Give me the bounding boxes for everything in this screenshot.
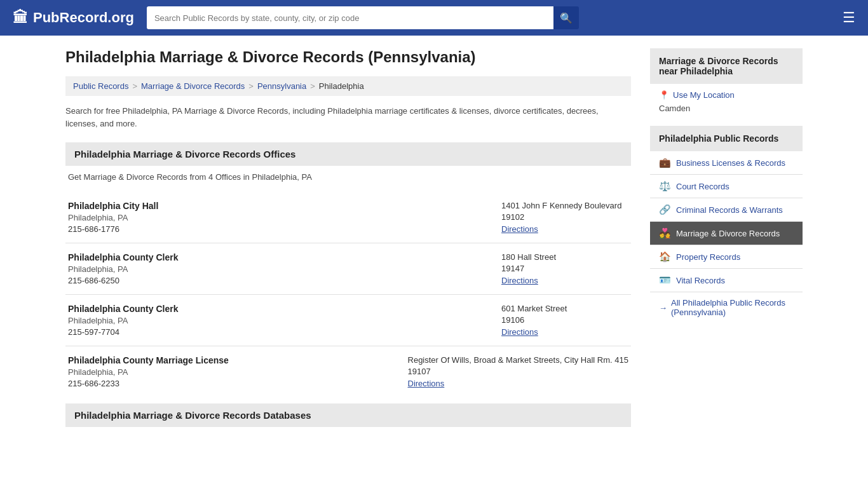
sidebar-nearby-title: Marriage & Divorce Records near Philadel… <box>650 48 803 84</box>
breadcrumb-current: Philadelphia <box>319 81 364 91</box>
table-row: Philadelphia County Clerk Philadelphia, … <box>65 295 631 346</box>
office-right-2: 180 Hall Street 19147 Directions <box>501 252 628 285</box>
content-area: Philadelphia Marriage & Divorce Records … <box>65 48 631 427</box>
main-container: Philadelphia Marriage & Divorce Records … <box>53 36 815 440</box>
table-row: Philadelphia City Hall Philadelphia, PA … <box>65 192 631 243</box>
sidebar-item-criminal-records[interactable]: 🔗 Criminal Records & Warrants <box>650 198 803 222</box>
sidebar-link-business-licenses-label: Business Licenses & Records <box>676 158 785 168</box>
office-right-4: Register Of Wills, Broad & Market Street… <box>408 355 628 388</box>
office-name-3: Philadelphia County Clerk <box>68 304 178 314</box>
office-phone-1: 215-686-1776 <box>68 224 158 234</box>
directions-link-2[interactable]: Directions <box>501 276 538 285</box>
office-city-1: Philadelphia, PA <box>68 213 158 222</box>
logo-text: PubRecord.org <box>33 10 134 26</box>
office-right-3: 601 Market Street 19106 Directions <box>501 304 628 337</box>
sidebar-link-court-records-label: Court Records <box>676 182 729 191</box>
sidebar-link-vital-records[interactable]: 🪪 Vital Records <box>650 269 803 292</box>
office-name-4: Philadelphia County Marriage License <box>68 355 229 365</box>
property-records-icon: 🏠 <box>659 251 671 262</box>
office-city-3: Philadelphia, PA <box>68 316 178 325</box>
page-description: Search for free Philadelphia, PA Marriag… <box>65 105 631 130</box>
sidebar-item-vital-records[interactable]: 🪪 Vital Records <box>650 269 803 292</box>
office-zip-1: 19102 <box>501 212 628 222</box>
sidebar-all-records-link[interactable]: → All Philadelphia Public Records (Penns… <box>650 292 803 323</box>
business-licenses-icon: 💼 <box>659 157 671 168</box>
menu-icon: ☰ <box>843 10 855 25</box>
sidebar-public-records-title: Philadelphia Public Records <box>650 126 803 151</box>
sidebar-link-marriage-records[interactable]: 💑 Marriage & Divorce Records <box>650 222 803 245</box>
offices-list: Philadelphia City Hall Philadelphia, PA … <box>65 192 631 397</box>
offices-sub-description: Get Marriage & Divorce Records from 4 Of… <box>65 172 631 182</box>
office-left-4: Philadelphia County Marriage License Phi… <box>68 355 229 388</box>
sidebar-location-area: 📍 Use My Location Camden <box>650 84 803 119</box>
office-address-2: 180 Hall Street <box>501 252 628 262</box>
sidebar-link-criminal-records[interactable]: 🔗 Criminal Records & Warrants <box>650 198 803 221</box>
directions-link-1[interactable]: Directions <box>501 224 538 234</box>
office-left-1: Philadelphia City Hall Philadelphia, PA … <box>68 201 158 234</box>
logo[interactable]: 🏛 PubRecord.org <box>13 9 134 27</box>
sidebar-item-court-records[interactable]: ⚖️ Court Records <box>650 175 803 198</box>
sidebar-item-property-records[interactable]: 🏠 Property Records <box>650 245 803 269</box>
vital-records-icon: 🪪 <box>659 274 671 286</box>
page-title: Philadelphia Marriage & Divorce Records … <box>65 48 631 66</box>
arrow-right-icon: → <box>659 303 667 313</box>
court-records-icon: ⚖️ <box>659 180 671 192</box>
sidebar-all-records-label: All Philadelphia Public Records (Pennsyl… <box>671 298 794 317</box>
breadcrumb-sep-3: > <box>310 81 315 91</box>
office-zip-3: 19106 <box>501 315 628 325</box>
table-row: Philadelphia County Marriage License Phi… <box>65 346 631 397</box>
office-city-4: Philadelphia, PA <box>68 367 229 377</box>
databases-section-title: Philadelphia Marriage & Divorce Records … <box>65 403 631 427</box>
breadcrumb: Public Records > Marriage & Divorce Reco… <box>65 76 631 96</box>
breadcrumb-sep-2: > <box>248 81 254 91</box>
office-zip-2: 19147 <box>501 264 628 273</box>
office-phone-4: 215-686-2233 <box>68 379 229 388</box>
menu-button[interactable]: ☰ <box>843 10 855 26</box>
sidebar: Marriage & Divorce Records near Philadel… <box>650 48 803 427</box>
office-right-1: 1401 John F Kennedy Boulevard 19102 Dire… <box>501 201 628 234</box>
search-button[interactable]: 🔍 <box>553 6 579 29</box>
office-phone-2: 215-686-6250 <box>68 276 178 285</box>
sidebar-item-business-licenses[interactable]: 💼 Business Licenses & Records <box>650 151 803 175</box>
office-address-4: Register Of Wills, Broad & Market Street… <box>408 355 628 365</box>
office-phone-3: 215-597-7704 <box>68 327 178 337</box>
directions-link-4[interactable]: Directions <box>408 379 445 388</box>
office-city-2: Philadelphia, PA <box>68 264 178 274</box>
sidebar-link-vital-records-label: Vital Records <box>676 276 725 285</box>
site-header: 🏛 PubRecord.org 🔍 ☰ <box>0 0 868 36</box>
breadcrumb-pennsylvania[interactable]: Pennsylvania <box>257 81 306 91</box>
office-left-2: Philadelphia County Clerk Philadelphia, … <box>68 252 178 285</box>
search-icon: 🔍 <box>560 12 573 24</box>
search-input[interactable] <box>147 6 553 29</box>
use-location-label: Use My Location <box>673 90 735 100</box>
logo-icon: 🏛 <box>13 9 28 27</box>
table-row: Philadelphia County Clerk Philadelphia, … <box>65 243 631 295</box>
marriage-records-icon: 💑 <box>659 227 671 239</box>
breadcrumb-marriage-records[interactable]: Marriage & Divorce Records <box>141 81 245 91</box>
breadcrumb-sep-1: > <box>132 81 137 91</box>
sidebar-link-marriage-records-label: Marriage & Divorce Records <box>676 229 780 238</box>
sidebar-link-property-records[interactable]: 🏠 Property Records <box>650 245 803 268</box>
breadcrumb-public-records[interactable]: Public Records <box>73 81 128 91</box>
search-bar: 🔍 <box>147 6 579 29</box>
location-pin-icon: 📍 <box>659 90 669 100</box>
directions-link-3[interactable]: Directions <box>501 327 538 337</box>
use-location-button[interactable]: 📍 Use My Location <box>659 90 794 100</box>
office-name-2: Philadelphia County Clerk <box>68 252 178 262</box>
office-address-1: 1401 John F Kennedy Boulevard <box>501 201 628 210</box>
sidebar-item-marriage-records[interactable]: 💑 Marriage & Divorce Records <box>650 222 803 245</box>
office-address-3: 601 Market Street <box>501 304 628 313</box>
nearby-location: Camden <box>659 104 794 113</box>
sidebar-link-business-licenses[interactable]: 💼 Business Licenses & Records <box>650 151 803 174</box>
sidebar-link-court-records[interactable]: ⚖️ Court Records <box>650 175 803 198</box>
sidebar-link-property-records-label: Property Records <box>676 252 740 262</box>
office-left-3: Philadelphia County Clerk Philadelphia, … <box>68 304 178 337</box>
office-name-1: Philadelphia City Hall <box>68 201 158 211</box>
office-zip-4: 19107 <box>408 367 628 376</box>
offices-section-title: Philadelphia Marriage & Divorce Records … <box>65 142 631 166</box>
sidebar-links-list: 💼 Business Licenses & Records ⚖️ Court R… <box>650 151 803 292</box>
sidebar-link-criminal-records-label: Criminal Records & Warrants <box>676 205 783 215</box>
criminal-records-icon: 🔗 <box>659 204 671 215</box>
